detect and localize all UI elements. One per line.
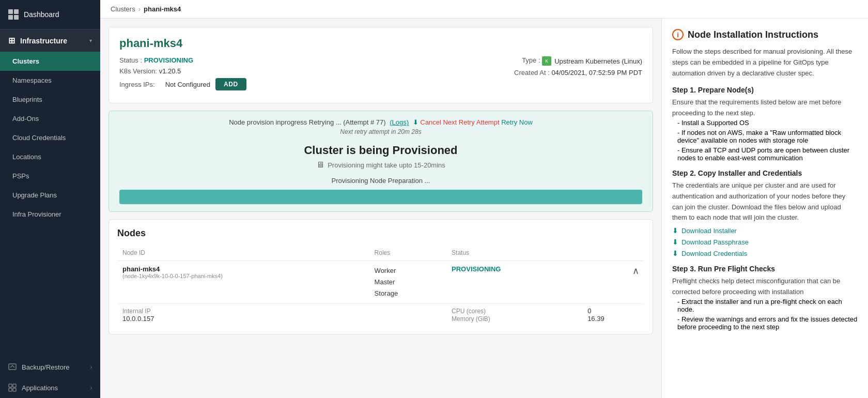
node-expand-button[interactable]: ∧ <box>632 265 639 277</box>
breadcrumb-separator: › <box>138 5 141 13</box>
node-status-badge: PROVISIONING <box>452 265 501 273</box>
col-status: Status <box>446 245 582 261</box>
status-cell: PROVISIONING <box>446 261 582 304</box>
sidebar-item-infra-provisioner[interactable]: Infra Provisioner <box>0 205 100 224</box>
roles-cell: Worker Master Storage <box>369 261 446 304</box>
table-row: phani-mks4 (node-1ky4x9k-10-0-0-157-phan… <box>117 261 644 304</box>
sidebar-item-clusters[interactable]: Clusters <box>0 52 100 71</box>
download-passphrase-link[interactable]: ⬇ Download Passphrase <box>672 238 858 246</box>
download-credentials-link[interactable]: ⬇ Download Credentials <box>672 249 858 257</box>
info-icon: i <box>672 29 684 40</box>
sidebar: Dashboard ⊞ Infrastructure ▾ Clusters Na… <box>0 0 100 398</box>
status-row: Status : PROVISIONING <box>119 56 381 64</box>
download-log-icon[interactable]: ⬇ <box>413 118 419 126</box>
type-row: Type : K Upstream Kubernetes (Linux) <box>381 56 642 66</box>
dashboard-label: Dashboard <box>24 10 59 19</box>
download-installer-icon: ⬇ <box>672 226 678 235</box>
infrastructure-chevron: ▾ <box>89 38 92 43</box>
provisioning-main-title: Cluster is being Provisioned <box>119 144 642 157</box>
cluster-card: phani-mks4 Status : PROVISIONING K8s Ver… <box>109 27 653 103</box>
dashboard-icon <box>8 9 19 20</box>
nodes-table: Node ID Roles Status phani-mks4 (node-1k… <box>117 245 644 326</box>
provisioning-subtitle: 🖥 Provisioning might take upto 15-20mins <box>119 160 642 170</box>
node-id-cell: phani-mks4 (node-1ky4x9k-10-0-0-157-phan… <box>117 261 369 304</box>
step-3-body: Preflight checks help detect misconfigur… <box>672 276 858 298</box>
sidebar-item-addons[interactable]: Add-Ons <box>0 109 100 128</box>
type-badge: K Upstream Kubernetes (Linux) <box>542 56 642 66</box>
step-1-body: Ensure that the requirements listed belo… <box>672 97 858 119</box>
node-id-main: phani-mks4 <box>122 265 364 273</box>
step-1-bullet-3: - Ensure all TCP and UDP ports are open … <box>677 146 858 162</box>
provisioning-progress-bar <box>119 190 642 204</box>
sidebar-item-psps[interactable]: PSPs <box>0 166 100 186</box>
step-3-bullet-1: - Extract the installer and run a pre-fl… <box>677 298 858 313</box>
infrastructure-section[interactable]: ⊞ Infrastructure ▾ <box>0 29 100 52</box>
add-ingress-button[interactable]: ADD <box>215 78 246 90</box>
node-detail-row: Internal IP 10.0.0.157 CPU (cores) Memor… <box>117 304 644 326</box>
backup-restore-chevron: › <box>90 364 92 370</box>
breadcrumb-clusters-link[interactable]: Clusters <box>111 5 135 13</box>
right-panel-title: i Node Installation Instructions <box>672 29 858 40</box>
step-3-title: Step 3. Run Pre Flight Checks <box>672 265 858 273</box>
content-area: phani-mks4 Status : PROVISIONING K8s Ver… <box>100 19 868 398</box>
provisioning-status-row: Node provision inprogress Retrying ... (… <box>119 118 642 126</box>
col-node-id: Node ID <box>117 245 369 261</box>
step-2-title: Step 2. Copy Installer and Credentials <box>672 169 858 177</box>
download-credentials-icon: ⬇ <box>672 249 678 257</box>
applications-icon <box>8 384 17 392</box>
memory-value: 16.39 <box>587 315 605 323</box>
provisioning-banner: Node provision inprogress Retrying ... (… <box>109 111 653 212</box>
dashboard-nav-item[interactable]: Dashboard <box>8 5 92 24</box>
infrastructure-label: Infrastructure <box>20 37 67 45</box>
cpu-memory-values-cell: 0 16.39 <box>582 304 644 326</box>
k8s-version-row: K8s Version: v1.20.5 <box>119 67 381 75</box>
sidebar-item-cloud-credentials[interactable]: Cloud Credentials <box>0 128 100 147</box>
logs-link[interactable]: (Logs) <box>390 118 409 126</box>
next-retry-text: Next retry attempt in 20m 28s <box>119 128 642 135</box>
applications-chevron: › <box>90 385 92 391</box>
step-1-title: Step 1. Prepare Node(s) <box>672 86 858 94</box>
sidebar-item-namespaces[interactable]: Namespaces <box>0 71 100 90</box>
internal-ip-value: 10.0.0.157 <box>122 315 154 323</box>
download-installer-link[interactable]: ⬇ Download Installer <box>672 226 858 235</box>
ingress-row: Ingress IPs: Not Configured ADD <box>119 78 381 90</box>
internal-ip-label: Internal IP 10.0.0.157 <box>117 304 369 326</box>
infrastructure-icon: ⊞ <box>8 36 15 45</box>
svg-rect-4 <box>13 388 16 391</box>
sidebar-item-upgrade-plans[interactable]: Upgrade Plans <box>0 186 100 205</box>
col-roles: Roles <box>369 245 446 261</box>
kubernetes-icon: K <box>542 56 551 66</box>
status-badge: PROVISIONING <box>144 56 193 64</box>
nodes-section: Nodes Node ID Roles Status phan <box>109 219 653 334</box>
main-content: Clusters › phani-mks4 phani-mks4 Status … <box>100 0 868 398</box>
right-panel-intro: Follow the steps described for manual pr… <box>672 47 858 79</box>
step-2-body: The credentials are unique per cluster a… <box>672 180 858 223</box>
node-id-sub: (node-1ky4x9k-10-0-0-157-phani-mks4) <box>122 273 364 279</box>
sidebar-item-applications[interactable]: Applications › <box>0 377 100 398</box>
svg-rect-0 <box>9 364 16 370</box>
cpu-value: 0 <box>587 307 591 315</box>
step-1-bullet-1: - Install a Supported OS <box>677 119 858 127</box>
svg-rect-2 <box>13 384 16 387</box>
svg-rect-3 <box>9 388 12 391</box>
cluster-name: phani-mks4 <box>119 37 642 50</box>
sidebar-item-backup-restore[interactable]: Backup/Restore › <box>0 357 100 377</box>
breadcrumb: Clusters › phani-mks4 <box>100 0 868 19</box>
cluster-meta: Status : PROVISIONING K8s Version: v1.20… <box>119 56 642 94</box>
step-3-bullet-2: - Review the warnings and errors and fix… <box>677 315 858 331</box>
monitor-icon: 🖥 <box>316 160 324 170</box>
sidebar-item-blueprints[interactable]: Blueprints <box>0 90 100 109</box>
right-panel: i Node Installation Instructions Follow … <box>661 19 868 398</box>
step-1-bullet-2: - If nodes not on AWS, make a "Raw unfor… <box>677 129 858 144</box>
retry-now-link[interactable]: Retry Now <box>501 118 533 126</box>
backup-restore-icon <box>8 363 17 371</box>
created-at-row: Created At : 04/05/2021, 07:52:59 PM PDT <box>381 69 642 76</box>
center-panel: phani-mks4 Status : PROVISIONING K8s Ver… <box>100 19 661 398</box>
breadcrumb-current: phani-mks4 <box>144 5 181 13</box>
download-passphrase-icon: ⬇ <box>672 238 678 246</box>
nodes-section-title: Nodes <box>117 228 644 239</box>
sidebar-item-locations[interactable]: Locations <box>0 147 100 166</box>
cancel-retry-link[interactable]: Cancel Next Retry Attempt <box>420 118 499 126</box>
provisioning-step-text: Provisioning Node Preparation ... <box>119 177 642 185</box>
cpu-memory-cell: CPU (cores) Memory (GiB) <box>446 304 582 326</box>
